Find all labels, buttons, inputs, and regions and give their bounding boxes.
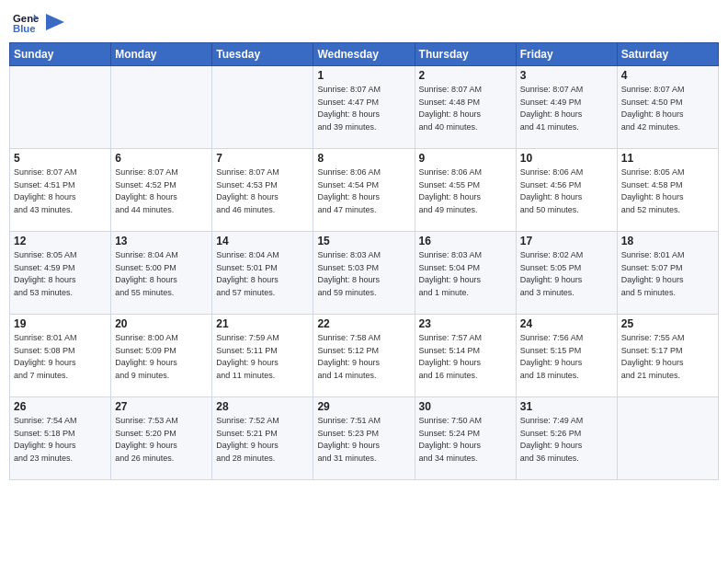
weekday-header: Friday	[516, 43, 617, 66]
day-number: 25	[621, 317, 714, 330]
svg-marker-3	[46, 14, 64, 30]
logo-icon: General Blue	[13, 9, 39, 35]
day-number: 22	[317, 317, 410, 330]
day-number: 26	[14, 400, 107, 413]
calendar-table: SundayMondayTuesdayWednesdayThursdayFrid…	[9, 42, 719, 480]
calendar-empty-cell	[617, 397, 718, 480]
calendar-day-cell: 11Sunrise: 8:05 AM Sunset: 4:58 PM Dayli…	[617, 149, 718, 232]
day-info: Sunrise: 7:58 AM Sunset: 5:12 PM Dayligh…	[317, 332, 410, 382]
calendar-day-cell: 2Sunrise: 8:07 AM Sunset: 4:48 PM Daylig…	[415, 66, 516, 149]
calendar-week-row: 1Sunrise: 8:07 AM Sunset: 4:47 PM Daylig…	[10, 66, 719, 149]
day-number: 30	[419, 400, 512, 413]
calendar-day-cell: 16Sunrise: 8:03 AM Sunset: 5:04 PM Dayli…	[415, 232, 516, 315]
calendar-day-cell: 22Sunrise: 7:58 AM Sunset: 5:12 PM Dayli…	[313, 315, 415, 397]
weekday-header: Monday	[111, 43, 212, 66]
calendar-day-cell: 8Sunrise: 8:06 AM Sunset: 4:54 PM Daylig…	[313, 149, 415, 232]
day-number: 11	[621, 152, 714, 165]
day-info: Sunrise: 8:05 AM Sunset: 4:59 PM Dayligh…	[14, 249, 107, 299]
day-info: Sunrise: 8:01 AM Sunset: 5:08 PM Dayligh…	[14, 332, 107, 382]
calendar-day-cell: 10Sunrise: 8:06 AM Sunset: 4:56 PM Dayli…	[516, 149, 617, 232]
day-info: Sunrise: 8:07 AM Sunset: 4:51 PM Dayligh…	[14, 167, 107, 216]
day-number: 23	[419, 317, 512, 330]
day-number: 20	[115, 317, 208, 330]
day-info: Sunrise: 8:04 AM Sunset: 5:00 PM Dayligh…	[115, 249, 208, 299]
day-number: 4	[621, 69, 714, 82]
weekday-header: Tuesday	[212, 43, 313, 66]
day-info: Sunrise: 8:03 AM Sunset: 5:04 PM Dayligh…	[419, 249, 512, 299]
day-number: 7	[216, 152, 309, 165]
day-info: Sunrise: 8:01 AM Sunset: 5:07 PM Dayligh…	[621, 249, 714, 299]
day-number: 16	[419, 235, 512, 247]
day-info: Sunrise: 8:06 AM Sunset: 4:55 PM Dayligh…	[419, 167, 512, 216]
day-number: 5	[14, 152, 107, 165]
day-number: 3	[520, 69, 613, 82]
day-number: 17	[520, 235, 613, 247]
day-info: Sunrise: 8:07 AM Sunset: 4:48 PM Dayligh…	[419, 84, 512, 133]
calendar-day-cell: 31Sunrise: 7:49 AM Sunset: 5:26 PM Dayli…	[516, 397, 617, 480]
day-info: Sunrise: 7:55 AM Sunset: 5:17 PM Dayligh…	[621, 332, 714, 382]
svg-text:Blue: Blue	[13, 23, 36, 34]
day-number: 24	[520, 317, 613, 330]
weekday-header: Wednesday	[313, 43, 415, 66]
day-info: Sunrise: 7:51 AM Sunset: 5:23 PM Dayligh…	[317, 415, 410, 465]
day-info: Sunrise: 7:57 AM Sunset: 5:14 PM Dayligh…	[419, 332, 512, 382]
day-info: Sunrise: 8:07 AM Sunset: 4:53 PM Dayligh…	[216, 167, 309, 216]
calendar-day-cell: 24Sunrise: 7:56 AM Sunset: 5:15 PM Dayli…	[516, 315, 617, 397]
calendar-day-cell: 5Sunrise: 8:07 AM Sunset: 4:51 PM Daylig…	[10, 149, 111, 232]
calendar-day-cell: 15Sunrise: 8:03 AM Sunset: 5:03 PM Dayli…	[313, 232, 415, 315]
calendar-day-cell: 26Sunrise: 7:54 AM Sunset: 5:18 PM Dayli…	[10, 397, 111, 480]
day-number: 28	[216, 400, 309, 413]
calendar-day-cell: 19Sunrise: 8:01 AM Sunset: 5:08 PM Dayli…	[10, 315, 111, 397]
calendar-empty-cell	[10, 66, 111, 149]
calendar-day-cell: 9Sunrise: 8:06 AM Sunset: 4:55 PM Daylig…	[415, 149, 516, 232]
calendar-day-cell: 7Sunrise: 8:07 AM Sunset: 4:53 PM Daylig…	[212, 149, 313, 232]
day-number: 21	[216, 317, 309, 330]
day-number: 10	[520, 152, 613, 165]
calendar-week-row: 12Sunrise: 8:05 AM Sunset: 4:59 PM Dayli…	[10, 232, 719, 315]
day-info: Sunrise: 8:06 AM Sunset: 4:54 PM Dayligh…	[317, 167, 410, 216]
page-header: General Blue	[9, 9, 719, 35]
calendar-day-cell: 28Sunrise: 7:52 AM Sunset: 5:21 PM Dayli…	[212, 397, 313, 480]
day-info: Sunrise: 7:53 AM Sunset: 5:20 PM Dayligh…	[115, 415, 208, 465]
logo-arrow-icon	[46, 14, 64, 30]
calendar-day-cell: 3Sunrise: 8:07 AM Sunset: 4:49 PM Daylig…	[516, 66, 617, 149]
day-number: 12	[14, 235, 107, 247]
day-info: Sunrise: 7:56 AM Sunset: 5:15 PM Dayligh…	[520, 332, 613, 382]
day-info: Sunrise: 7:59 AM Sunset: 5:11 PM Dayligh…	[216, 332, 309, 382]
calendar-day-cell: 4Sunrise: 8:07 AM Sunset: 4:50 PM Daylig…	[617, 66, 718, 149]
day-info: Sunrise: 8:07 AM Sunset: 4:47 PM Dayligh…	[317, 84, 410, 133]
day-info: Sunrise: 7:52 AM Sunset: 5:21 PM Dayligh…	[216, 415, 309, 465]
calendar-empty-cell	[212, 66, 313, 149]
calendar-day-cell: 27Sunrise: 7:53 AM Sunset: 5:20 PM Dayli…	[111, 397, 212, 480]
weekday-header-row: SundayMondayTuesdayWednesdayThursdayFrid…	[10, 43, 719, 66]
day-info: Sunrise: 8:05 AM Sunset: 4:58 PM Dayligh…	[621, 167, 714, 216]
calendar-day-cell: 25Sunrise: 7:55 AM Sunset: 5:17 PM Dayli…	[617, 315, 718, 397]
day-number: 19	[14, 317, 107, 330]
calendar-day-cell: 30Sunrise: 7:50 AM Sunset: 5:24 PM Dayli…	[415, 397, 516, 480]
day-number: 9	[419, 152, 512, 165]
day-info: Sunrise: 8:02 AM Sunset: 5:05 PM Dayligh…	[520, 249, 613, 299]
day-number: 13	[115, 235, 208, 247]
calendar-day-cell: 29Sunrise: 7:51 AM Sunset: 5:23 PM Dayli…	[313, 397, 415, 480]
day-number: 29	[317, 400, 410, 413]
calendar-day-cell: 21Sunrise: 7:59 AM Sunset: 5:11 PM Dayli…	[212, 315, 313, 397]
day-number: 8	[317, 152, 410, 165]
calendar-day-cell: 13Sunrise: 8:04 AM Sunset: 5:00 PM Dayli…	[111, 232, 212, 315]
day-number: 2	[419, 69, 512, 82]
calendar-day-cell: 20Sunrise: 8:00 AM Sunset: 5:09 PM Dayli…	[111, 315, 212, 397]
calendar-day-cell: 18Sunrise: 8:01 AM Sunset: 5:07 PM Dayli…	[617, 232, 718, 315]
day-info: Sunrise: 8:07 AM Sunset: 4:49 PM Dayligh…	[520, 84, 613, 133]
day-number: 1	[317, 69, 410, 82]
day-number: 14	[216, 235, 309, 247]
day-info: Sunrise: 8:03 AM Sunset: 5:03 PM Dayligh…	[317, 249, 410, 299]
calendar-week-row: 26Sunrise: 7:54 AM Sunset: 5:18 PM Dayli…	[10, 397, 719, 480]
logo: General Blue	[13, 9, 64, 35]
day-number: 18	[621, 235, 714, 247]
day-info: Sunrise: 8:06 AM Sunset: 4:56 PM Dayligh…	[520, 167, 613, 216]
day-info: Sunrise: 7:50 AM Sunset: 5:24 PM Dayligh…	[419, 415, 512, 465]
day-info: Sunrise: 8:04 AM Sunset: 5:01 PM Dayligh…	[216, 249, 309, 299]
day-info: Sunrise: 8:00 AM Sunset: 5:09 PM Dayligh…	[115, 332, 208, 382]
day-number: 31	[520, 400, 613, 413]
weekday-header: Saturday	[617, 43, 718, 66]
weekday-header: Sunday	[10, 43, 111, 66]
